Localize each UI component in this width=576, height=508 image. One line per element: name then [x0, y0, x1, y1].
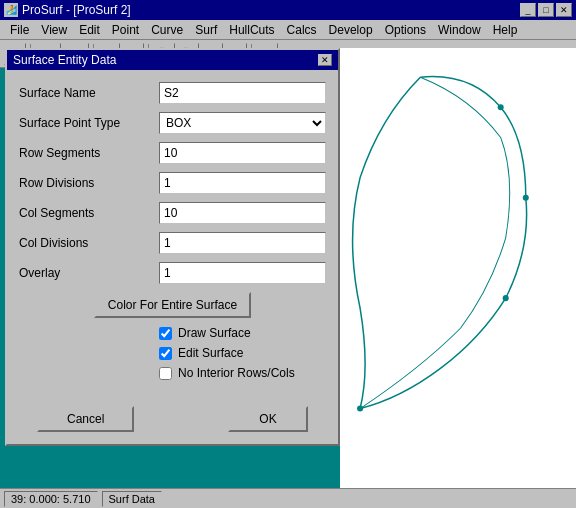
row-divisions-label: Row Divisions: [19, 176, 159, 190]
row-segments-row: Row Segments: [19, 142, 326, 164]
title-bar: 🏄 ProSurf - [ProSurf 2] _ □ ✕: [0, 0, 576, 20]
edit-surface-row: Edit Surface: [19, 346, 326, 360]
col-segments-label: Col Segments: [19, 206, 159, 220]
app-icon: 🏄: [4, 3, 18, 17]
ok-button[interactable]: OK: [228, 406, 308, 432]
row-segments-label: Row Segments: [19, 146, 159, 160]
menu-edit[interactable]: Edit: [73, 21, 106, 39]
overlay-label: Overlay: [19, 266, 159, 280]
no-interior-row: No Interior Rows/Cols: [19, 366, 326, 380]
window-controls: _ □ ✕: [520, 3, 572, 17]
window-title: ProSurf - [ProSurf 2]: [22, 3, 131, 17]
menu-point[interactable]: Point: [106, 21, 145, 39]
cancel-button[interactable]: Cancel: [37, 406, 134, 432]
curve-canvas: [340, 48, 576, 488]
col-divisions-input[interactable]: [159, 232, 326, 254]
col-segments-row: Col Segments: [19, 202, 326, 224]
status-coordinates: 39: 0.000: 5.710: [4, 491, 98, 507]
dialog-surface-entity: Surface Entity Data ✕ Surface Name Surfa…: [5, 48, 340, 446]
menu-window[interactable]: Window: [432, 21, 487, 39]
svg-point-2: [503, 295, 509, 301]
surface-point-type-row: Surface Point Type BOX: [19, 112, 326, 134]
menu-help[interactable]: Help: [487, 21, 524, 39]
svg-point-1: [523, 195, 529, 201]
draw-surface-label: Draw Surface: [178, 326, 251, 340]
no-interior-checkbox[interactable]: [159, 367, 172, 380]
overlay-row: Overlay: [19, 262, 326, 284]
close-btn[interactable]: ✕: [556, 3, 572, 17]
status-mode: Surf Data: [102, 491, 162, 507]
dialog-title-text: Surface Entity Data: [13, 53, 116, 67]
dialog-close-btn[interactable]: ✕: [318, 54, 332, 66]
col-divisions-label: Col Divisions: [19, 236, 159, 250]
row-divisions-row: Row Divisions: [19, 172, 326, 194]
minimize-btn[interactable]: _: [520, 3, 536, 17]
dialog-body: Surface Name Surface Point Type BOX Row …: [7, 70, 338, 398]
row-divisions-input[interactable]: [159, 172, 326, 194]
dialog-title-bar: Surface Entity Data ✕: [7, 50, 338, 70]
menu-file[interactable]: File: [4, 21, 35, 39]
draw-surface-checkbox[interactable]: [159, 327, 172, 340]
svg-point-0: [498, 104, 504, 110]
row-segments-input[interactable]: [159, 142, 326, 164]
dialog-footer: Cancel OK: [7, 398, 338, 444]
menu-surf[interactable]: Surf: [189, 21, 223, 39]
surface-name-row: Surface Name: [19, 82, 326, 104]
svg-point-3: [357, 406, 363, 412]
menu-hullcuts[interactable]: HullCuts: [223, 21, 280, 39]
surface-name-input[interactable]: [159, 82, 326, 104]
edit-surface-checkbox[interactable]: [159, 347, 172, 360]
surface-point-type-label: Surface Point Type: [19, 116, 159, 130]
menu-calcs[interactable]: Calcs: [281, 21, 323, 39]
no-interior-label: No Interior Rows/Cols: [178, 366, 295, 380]
menu-bar: File View Edit Point Curve Surf HullCuts…: [0, 20, 576, 40]
menu-develop[interactable]: Develop: [323, 21, 379, 39]
edit-surface-label: Edit Surface: [178, 346, 243, 360]
color-surface-btn[interactable]: Color For Entire Surface: [94, 292, 251, 318]
col-divisions-row: Col Divisions: [19, 232, 326, 254]
menu-view[interactable]: View: [35, 21, 73, 39]
col-segments-input[interactable]: [159, 202, 326, 224]
maximize-btn[interactable]: □: [538, 3, 554, 17]
surface-name-label: Surface Name: [19, 86, 159, 100]
overlay-input[interactable]: [159, 262, 326, 284]
menu-options[interactable]: Options: [379, 21, 432, 39]
canvas-area: [340, 48, 576, 488]
surface-point-type-select[interactable]: BOX: [159, 112, 326, 134]
status-bar: 39: 0.000: 5.710 Surf Data: [0, 488, 576, 508]
draw-surface-row: Draw Surface: [19, 326, 326, 340]
menu-curve[interactable]: Curve: [145, 21, 189, 39]
